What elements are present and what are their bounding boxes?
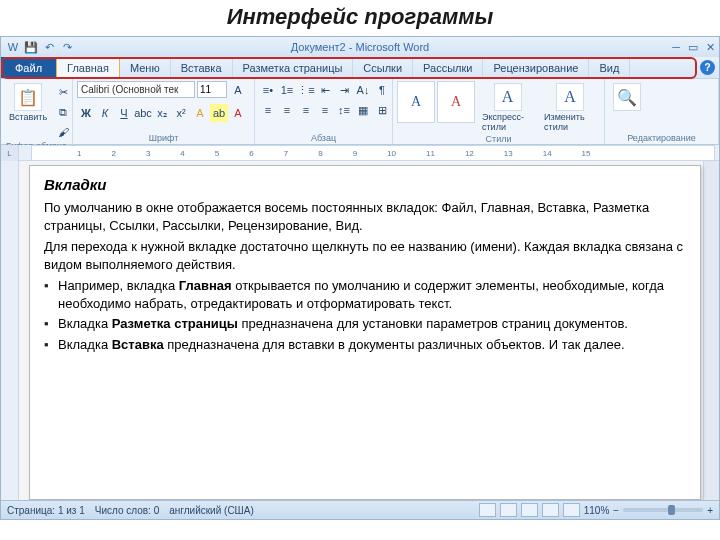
tab-menu[interactable]: Меню	[120, 57, 171, 78]
status-page[interactable]: Страница: 1 из 1	[7, 505, 85, 516]
bold-icon[interactable]: Ж	[77, 104, 95, 122]
line-spacing-icon[interactable]: ↕≡	[335, 101, 353, 119]
doc-paragraph: По умолчанию в окне отображается восемь …	[44, 199, 686, 234]
quick-access-toolbar: W 💾 ↶ ↷	[5, 39, 75, 55]
zoom-slider[interactable]	[623, 508, 703, 512]
tab-references[interactable]: Ссылки	[353, 57, 413, 78]
doc-list-item: Например, вкладка Главная открывается по…	[58, 277, 686, 312]
view-outline-icon[interactable]	[542, 503, 559, 517]
express-styles-icon: A	[494, 83, 522, 111]
tab-insert[interactable]: Вставка	[171, 57, 233, 78]
tab-page-layout[interactable]: Разметка страницы	[233, 57, 354, 78]
ribbon-tabs: Файл Главная Меню Вставка Разметка стран…	[1, 57, 719, 79]
group-styles: A A A Экспресс-стили A Изменить стили Ст…	[393, 79, 605, 144]
horizontal-ruler[interactable]: L 123456789101112131415	[1, 145, 719, 161]
word-icon: W	[5, 39, 21, 55]
doc-list-item: Вкладка Разметка страницы предназначена …	[58, 315, 686, 333]
borders-icon[interactable]: ⊞	[373, 101, 391, 119]
justify-icon[interactable]: ≡	[316, 101, 334, 119]
styles-gallery[interactable]: A A	[397, 81, 475, 123]
cut-icon[interactable]: ✂	[54, 83, 72, 101]
view-print-layout-icon[interactable]	[479, 503, 496, 517]
zoom-out-icon[interactable]: −	[613, 505, 619, 516]
change-styles-icon: A	[556, 83, 584, 111]
view-draft-icon[interactable]	[563, 503, 580, 517]
document-area: Вкладки По умолчанию в окне отображается…	[1, 161, 719, 500]
ribbon: 📋 Вставить ✂ ⧉ 🖌 Буфер обмена A	[1, 79, 719, 145]
style-item[interactable]: A	[437, 81, 475, 123]
subscript-icon[interactable]: x₂	[153, 104, 171, 122]
doc-list-item: Вкладка Вставка предназначена для вставк…	[58, 336, 686, 354]
close-icon[interactable]: ✕	[706, 41, 715, 54]
tab-review[interactable]: Рецензирование	[483, 57, 589, 78]
titlebar: W 💾 ↶ ↷ Документ2 - Microsoft Word ─ ▭ ✕	[1, 37, 719, 57]
text-effects-icon[interactable]: A	[191, 104, 209, 122]
view-web-icon[interactable]	[521, 503, 538, 517]
tab-mailings[interactable]: Рассылки	[413, 57, 483, 78]
italic-icon[interactable]: К	[96, 104, 114, 122]
minimize-icon[interactable]: ─	[672, 41, 680, 54]
align-center-icon[interactable]: ≡	[278, 101, 296, 119]
vertical-ruler[interactable]	[1, 161, 19, 500]
status-language[interactable]: английский (США)	[169, 505, 254, 516]
group-editing: 🔍 Редактирование	[605, 79, 719, 144]
align-right-icon[interactable]: ≡	[297, 101, 315, 119]
font-size-select[interactable]	[197, 81, 227, 98]
group-paragraph: ≡• 1≡ ⋮≡ ⇤ ⇥ A↓ ¶ ≡ ≡ ≡ ≡ ↕≡ ▦ ⊞	[255, 79, 393, 144]
font-color-icon[interactable]: A	[229, 104, 247, 122]
highlight-icon[interactable]: ab	[210, 104, 228, 122]
word-window: W 💾 ↶ ↷ Документ2 - Microsoft Word ─ ▭ ✕…	[0, 36, 720, 520]
font-name-select[interactable]	[77, 81, 195, 98]
tab-view[interactable]: Вид	[589, 57, 630, 78]
strike-icon[interactable]: abc	[134, 104, 152, 122]
paste-icon: 📋	[14, 83, 42, 111]
group-clipboard: 📋 Вставить ✂ ⧉ 🖌 Буфер обмена	[1, 79, 73, 144]
superscript-icon[interactable]: x²	[172, 104, 190, 122]
tab-home[interactable]: Главная	[56, 57, 120, 78]
statusbar: Страница: 1 из 1 Число слов: 0 английски…	[1, 500, 719, 519]
find-button[interactable]: 🔍	[609, 81, 645, 113]
group-font: A Ж К Ч abc x₂ x² A ab A Шрифт	[73, 79, 255, 144]
format-painter-icon[interactable]: 🖌	[54, 123, 72, 141]
doc-paragraph: Для перехода к нужной вкладке достаточно…	[44, 238, 686, 273]
align-left-icon[interactable]: ≡	[259, 101, 277, 119]
style-item[interactable]: A	[397, 81, 435, 123]
tab-file[interactable]: Файл	[1, 57, 56, 78]
find-icon: 🔍	[613, 83, 641, 111]
show-marks-icon[interactable]: ¶	[373, 81, 391, 99]
decrease-indent-icon[interactable]: ⇤	[316, 81, 334, 99]
zoom-in-icon[interactable]: +	[707, 505, 713, 516]
ruler-corner: L	[1, 145, 19, 161]
underline-icon[interactable]: Ч	[115, 104, 133, 122]
maximize-icon[interactable]: ▭	[688, 41, 698, 54]
document-page[interactable]: Вкладки По умолчанию в окне отображается…	[29, 165, 701, 500]
change-styles-button[interactable]: A Изменить стили	[540, 81, 600, 134]
vertical-scrollbar[interactable]	[703, 161, 719, 500]
status-words[interactable]: Число слов: 0	[95, 505, 159, 516]
copy-icon[interactable]: ⧉	[54, 103, 72, 121]
save-icon[interactable]: 💾	[23, 39, 39, 55]
view-reading-icon[interactable]	[500, 503, 517, 517]
express-styles-button[interactable]: A Экспресс-стили	[478, 81, 537, 134]
undo-icon[interactable]: ↶	[41, 39, 57, 55]
zoom-level[interactable]: 110%	[584, 505, 610, 516]
bullets-icon[interactable]: ≡•	[259, 81, 277, 99]
grow-font-icon[interactable]: A	[229, 81, 247, 99]
window-title: Документ2 - Microsoft Word	[291, 41, 429, 53]
increase-indent-icon[interactable]: ⇥	[335, 81, 353, 99]
numbering-icon[interactable]: 1≡	[278, 81, 296, 99]
help-icon[interactable]: ?	[700, 60, 715, 75]
paste-button[interactable]: 📋 Вставить	[5, 81, 51, 124]
shading-icon[interactable]: ▦	[354, 101, 372, 119]
sort-icon[interactable]: A↓	[354, 81, 372, 99]
doc-heading: Вкладки	[44, 176, 686, 193]
redo-icon[interactable]: ↷	[59, 39, 75, 55]
multilevel-icon[interactable]: ⋮≡	[297, 81, 315, 99]
slide-title: Интерфейс программы	[0, 0, 720, 36]
